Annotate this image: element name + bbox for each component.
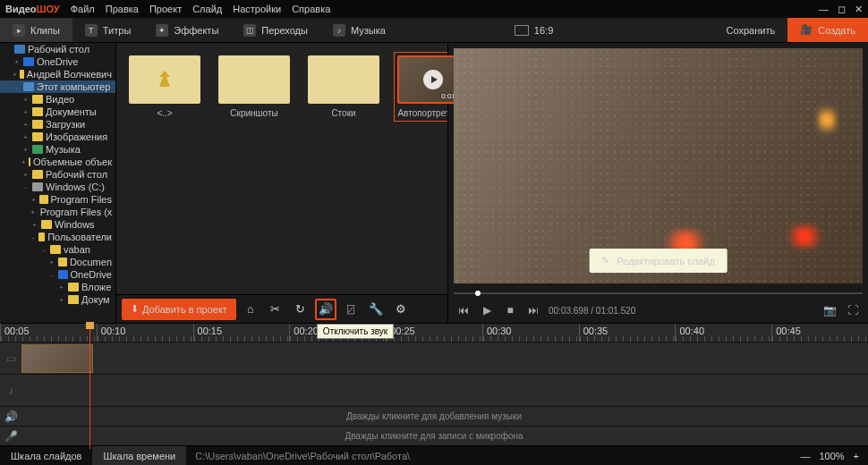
home-button[interactable]: ⌂: [240, 299, 261, 320]
tree-item[interactable]: +OneDrive: [0, 55, 115, 68]
tree-item[interactable]: +Documen: [0, 256, 115, 268]
menu-slide[interactable]: Слайд: [192, 4, 222, 14]
mic-hint: Дважды кликните для записи с микрофона: [345, 431, 523, 441]
timeline: 00:0500:1000:1500:2000:2500:3000:3500:40…: [0, 323, 868, 445]
maximize-icon[interactable]: ◻: [838, 4, 846, 15]
menu-settings[interactable]: Настройки: [233, 4, 281, 14]
pencil-icon: ✎: [601, 255, 609, 266]
tree-item[interactable]: +Музыка: [0, 143, 115, 156]
music-icon: ♪: [333, 24, 345, 37]
tree-item[interactable]: Рабочий стол: [0, 43, 115, 55]
tab-titles[interactable]: TТитры: [72, 18, 143, 42]
clip-toolbar: ⬇Добавить в проект ⌂ ✂ ↻ 🔊 Отключить зву…: [116, 294, 447, 323]
video-clip[interactable]: [21, 344, 93, 373]
save-button[interactable]: Сохранить: [714, 18, 788, 42]
crop-button[interactable]: ⍁: [340, 299, 362, 320]
effects-icon: ✦: [156, 24, 168, 37]
zoom-level: 100%: [819, 451, 844, 461]
preview-panel: ✎Редактировать слайд ⏮ ▶ ■ ⏭ 00:03.698 /…: [447, 43, 868, 323]
settings-button[interactable]: ⚙: [390, 299, 412, 320]
tree-item[interactable]: +Андрей Волчкевич: [0, 68, 115, 80]
tab-effects[interactable]: ✦Эффекты: [143, 18, 231, 42]
file-tree: Рабочий стол+OneDrive+Андрей Волчкевич-Э…: [0, 43, 116, 323]
video-track[interactable]: ▭: [0, 342, 868, 374]
menu-project[interactable]: Проект: [149, 4, 182, 14]
create-button[interactable]: 🎥Создать: [787, 18, 868, 42]
preview-canvas[interactable]: ✎Редактировать слайд: [454, 48, 863, 283]
seek-bar[interactable]: [454, 289, 863, 298]
download-icon: ⬇: [131, 303, 139, 315]
audio-track[interactable]: ♪: [0, 374, 868, 406]
timeline-scale-tab[interactable]: Шкала времени: [92, 446, 186, 465]
slides-scale-tab[interactable]: Шкала слайдов: [0, 446, 92, 465]
cut-button[interactable]: ✂: [265, 299, 286, 320]
music-hint: Дважды кликните для добавления музыки: [346, 411, 522, 421]
tree-item[interactable]: +Видео: [0, 93, 115, 106]
menubar: ВидеоШОУ Файл Правка Проект Слайд Настро…: [0, 0, 868, 18]
aspect-ratio[interactable]: 16:9: [515, 25, 553, 36]
tree-item[interactable]: +Program Files (x: [0, 206, 115, 218]
audio-track-icon: ♪: [0, 385, 21, 397]
tree-item[interactable]: -Пользователи: [0, 231, 115, 243]
play-button[interactable]: ▶: [479, 302, 495, 318]
menu-help[interactable]: Справка: [292, 4, 330, 14]
snapshot-button[interactable]: 📷: [821, 302, 838, 318]
playback-controls: ⏮ ▶ ■ ⏭ 00:03.698 / 01:01.520 📷 ⛶: [448, 298, 868, 323]
menu-edit[interactable]: Правка: [106, 4, 139, 14]
thumbnail[interactable]: Стоки: [308, 55, 379, 118]
tools-button[interactable]: 🔧: [365, 299, 387, 320]
tree-item[interactable]: -vaban: [0, 243, 115, 256]
tree-item[interactable]: +Документы: [0, 106, 115, 118]
tree-item[interactable]: +Докум: [0, 293, 115, 306]
mic-icon: 🎤: [0, 430, 21, 443]
tree-item[interactable]: -Этот компьютер: [0, 80, 115, 93]
statusbar: Шкала слайдов Шкала времени C:\Users\vab…: [0, 445, 868, 465]
minimize-icon[interactable]: —: [819, 4, 829, 15]
mic-track[interactable]: 🎤 Дважды кликните для записи с микрофона: [0, 426, 868, 445]
tree-item[interactable]: +Объемные объек: [0, 156, 115, 168]
tab-transitions[interactable]: ◫Переходы: [231, 18, 320, 42]
video-track-icon: ▭: [0, 352, 21, 365]
menu-file[interactable]: Файл: [71, 4, 95, 14]
tabs-row: ▸Клипы TТитры ✦Эффекты ◫Переходы ♪Музыка…: [0, 18, 868, 43]
tree-item[interactable]: +Рабочий стол: [0, 168, 115, 181]
stop-button[interactable]: ■: [502, 302, 518, 318]
tree-item[interactable]: +Windows: [0, 218, 115, 231]
music-track[interactable]: 🔊 Дважды кликните для добавления музыки: [0, 406, 868, 426]
aspect-icon: [515, 25, 529, 36]
thumbnail[interactable]: Скриншоты: [218, 55, 290, 118]
playhead[interactable]: [89, 324, 90, 449]
tree-item[interactable]: -OneDrive: [0, 268, 115, 281]
thumbnail[interactable]: <..>: [129, 55, 200, 118]
current-path: C:\Users\vaban\OneDrive\Рабочий стол\Раб…: [186, 451, 419, 461]
time-display: 00:03.698 / 01:01.520: [549, 306, 635, 316]
camera-icon: 🎥: [800, 24, 813, 36]
time-ruler[interactable]: 00:0500:1000:1500:2000:2500:3000:3500:40…: [0, 324, 868, 342]
prev-button[interactable]: ⏮: [455, 302, 472, 318]
tab-music[interactable]: ♪Музыка: [320, 18, 398, 42]
close-icon[interactable]: ✕: [855, 4, 863, 15]
zoom-in-button[interactable]: +: [854, 451, 859, 461]
tab-clips[interactable]: ▸Клипы: [0, 18, 72, 42]
thumbnail-grid: <..>СкриншотыСтоки0:01:02Автопортрет.mp4: [116, 43, 447, 294]
tree-item[interactable]: +Изображения: [0, 131, 115, 143]
tree-item[interactable]: -Windows (C:): [0, 181, 115, 193]
transitions-icon: ◫: [243, 24, 256, 37]
edit-slide-button[interactable]: ✎Редактировать слайд: [589, 249, 728, 273]
speaker-icon: 🔊: [0, 410, 21, 423]
next-button[interactable]: ⏭: [525, 302, 541, 318]
tree-item[interactable]: +Program Files: [0, 193, 115, 206]
tooltip: Отключить звук: [317, 324, 394, 339]
mute-button[interactable]: 🔊 Отключить звук: [315, 299, 336, 320]
fullscreen-button[interactable]: ⛶: [845, 302, 861, 318]
zoom-out-button[interactable]: —: [800, 451, 810, 461]
text-icon: T: [85, 24, 98, 37]
app-logo: ВидеоШОУ: [5, 4, 60, 14]
tree-item[interactable]: +Вложе: [0, 281, 115, 293]
rotate-button[interactable]: ↻: [290, 299, 311, 320]
tree-item[interactable]: +Загрузки: [0, 118, 115, 131]
add-to-project-button[interactable]: ⬇Добавить в проект: [122, 299, 236, 320]
folder-icon: ▸: [13, 24, 25, 37]
